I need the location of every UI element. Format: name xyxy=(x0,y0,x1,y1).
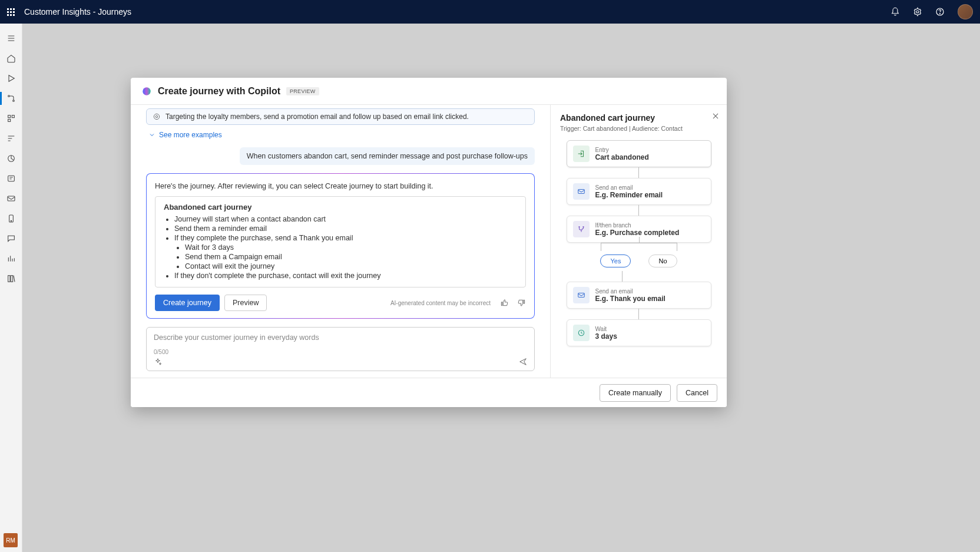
flow-label: Send an email xyxy=(595,288,666,295)
branch-yes-pill[interactable]: Yes xyxy=(600,254,631,267)
user-message-bubble: When customers abandon cart, send remind… xyxy=(240,147,535,165)
flow-connector xyxy=(638,309,639,319)
flow-node-wait[interactable]: Wait3 days xyxy=(567,319,711,346)
nav-home[interactable] xyxy=(0,48,22,68)
flow-connector xyxy=(638,205,639,216)
flow-connector xyxy=(638,167,639,178)
svg-rect-14 xyxy=(11,276,12,282)
nav-chat[interactable] xyxy=(0,229,22,249)
modal-footer: Create manually Cancel xyxy=(131,378,727,407)
send-icon[interactable] xyxy=(519,358,527,366)
prompt-input-box[interactable]: Describe your customer journey in everyd… xyxy=(146,327,535,371)
svg-rect-19 xyxy=(578,293,584,298)
suggestion-chip[interactable]: Targeting the loyalty members, send a pr… xyxy=(146,108,535,125)
svg-rect-10 xyxy=(8,196,15,201)
preview-panel-title: Abandoned cart journey xyxy=(560,113,717,123)
svg-point-4 xyxy=(12,100,14,102)
nav-email[interactable] xyxy=(0,189,22,209)
preview-badge: PREVIEW xyxy=(286,87,319,95)
mail-icon xyxy=(573,183,590,200)
persona-badge[interactable]: RM xyxy=(4,533,18,547)
create-journey-modal: Create journey with Copilot PREVIEW Targ… xyxy=(131,78,727,407)
outline-bullet: If they don't complete the purchase, con… xyxy=(174,272,517,280)
nav-phone[interactable] xyxy=(0,209,22,229)
copilot-chat-panel: Targeting the loyalty members, send a pr… xyxy=(131,105,550,378)
wait-icon xyxy=(573,325,590,341)
nav-analytics[interactable] xyxy=(0,148,22,168)
outline-bullet: Send them a reminder email xyxy=(174,224,517,233)
svg-point-2 xyxy=(939,14,940,14)
journey-outline: Abandoned cart journey Journey will star… xyxy=(155,196,526,287)
preview-panel-subtitle: Trigger: Cart abandoned | Audience: Cont… xyxy=(560,125,717,132)
svg-point-17 xyxy=(155,115,158,118)
see-more-examples-link[interactable]: See more examples xyxy=(148,131,532,139)
ai-disclaimer-text: AI-generated content may be incorrect xyxy=(390,300,491,306)
flow-value: E.g. Thank you email xyxy=(595,295,666,303)
help-icon[interactable] xyxy=(935,7,945,16)
svg-point-12 xyxy=(11,220,11,221)
ai-response-card: Here's the journey. After reviewing it, … xyxy=(146,173,535,319)
journey-preview-panel: Abandoned cart journey Trigger: Cart aba… xyxy=(550,105,727,378)
svg-rect-6 xyxy=(12,115,14,118)
nav-forms[interactable] xyxy=(0,168,22,189)
flow-value: Cart abandoned xyxy=(595,153,649,161)
close-icon[interactable] xyxy=(711,112,720,120)
create-journey-button[interactable]: Create journey xyxy=(155,295,220,311)
svg-rect-13 xyxy=(8,276,9,282)
sparkle-icon[interactable] xyxy=(154,358,162,366)
nav-segments[interactable] xyxy=(0,108,22,128)
app-launcher-icon[interactable] xyxy=(7,8,15,16)
nav-triggers[interactable] xyxy=(0,128,22,148)
thumbs-down-icon[interactable] xyxy=(518,299,526,307)
nav-journeys[interactable] xyxy=(0,88,22,108)
flow-connector xyxy=(622,271,623,282)
branch-no-pill[interactable]: No xyxy=(648,254,677,267)
user-avatar[interactable] xyxy=(958,4,973,19)
prompt-placeholder: Describe your customer journey in everyd… xyxy=(154,333,527,342)
flow-value: 3 days xyxy=(595,332,617,341)
app-title: Customer Insights - Journeys xyxy=(24,7,131,16)
svg-point-0 xyxy=(916,11,919,13)
outline-sub-bullet: Wait for 3 days xyxy=(185,243,517,252)
branch-connector xyxy=(601,243,677,251)
flow-label: Send an email xyxy=(595,184,663,191)
svg-rect-5 xyxy=(8,115,10,118)
nav-play[interactable] xyxy=(0,68,22,88)
mail-icon xyxy=(573,287,590,303)
left-navigation: RM xyxy=(0,24,22,552)
outline-bullet: Journey will start when a contact abando… xyxy=(174,215,517,223)
thumbs-up-icon[interactable] xyxy=(500,299,508,307)
outline-title: Abandoned cart journey xyxy=(164,203,517,211)
branch-options: Yes No xyxy=(600,254,677,267)
flow-label: If/then branch xyxy=(595,222,680,229)
cancel-button[interactable]: Cancel xyxy=(677,384,717,402)
outline-bullet: If they complete the purchase, send a Th… xyxy=(174,234,517,242)
svg-point-3 xyxy=(8,95,9,97)
suggestion-chip-text: Targeting the loyalty members, send a pr… xyxy=(165,113,469,121)
notifications-icon[interactable] xyxy=(890,7,900,16)
nav-hamburger[interactable] xyxy=(0,28,22,48)
target-icon xyxy=(153,113,161,121)
flow-value: E.g. Purchase completed xyxy=(595,229,680,237)
flow-label: Entry xyxy=(595,147,649,153)
flow-label: Wait xyxy=(595,326,617,332)
svg-point-15 xyxy=(143,87,151,95)
app-header: Customer Insights - Journeys xyxy=(0,0,980,24)
settings-icon[interactable] xyxy=(913,7,922,16)
modal-header: Create journey with Copilot PREVIEW xyxy=(131,78,727,105)
journey-flow: EntryCart abandoned Send an emailE.g. Re… xyxy=(560,140,717,346)
flow-node-email-reminder[interactable]: Send an emailE.g. Reminder email xyxy=(567,178,711,205)
svg-point-16 xyxy=(154,114,159,119)
outline-sub-bullet: Send them a Campaign email xyxy=(185,253,517,261)
nav-library[interactable] xyxy=(0,269,22,289)
flow-node-entry[interactable]: EntryCart abandoned xyxy=(567,140,711,167)
ai-response-intro: Here's the journey. After reviewing it, … xyxy=(155,182,526,190)
preview-button[interactable]: Preview xyxy=(224,295,267,311)
branch-icon xyxy=(573,221,590,237)
create-manually-button[interactable]: Create manually xyxy=(600,384,671,402)
copilot-icon xyxy=(141,86,152,97)
flow-node-email-thankyou[interactable]: Send an emailE.g. Thank you email xyxy=(567,282,711,309)
nav-reports[interactable] xyxy=(0,249,22,269)
svg-rect-7 xyxy=(8,119,10,121)
enter-icon xyxy=(573,146,590,162)
